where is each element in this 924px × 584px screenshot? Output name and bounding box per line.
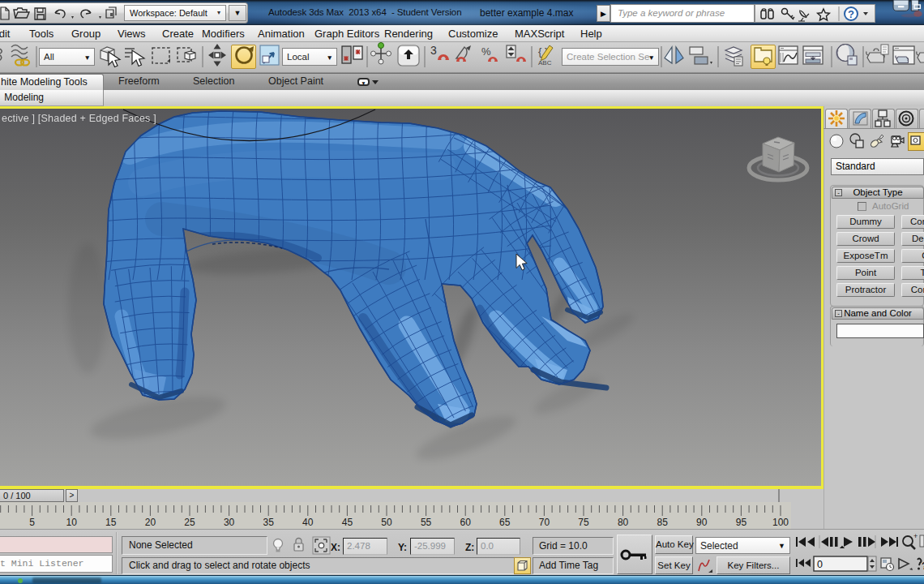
svg-text:0: 0 <box>817 559 823 570</box>
svg-text:3: 3 <box>430 44 437 57</box>
svg-text:65: 65 <box>499 517 511 528</box>
svg-text:60: 60 <box>460 517 472 528</box>
svg-text:%: % <box>481 45 491 58</box>
svg-text:55: 55 <box>421 517 432 528</box>
svg-text:70: 70 <box>539 517 550 528</box>
svg-text:40: 40 <box>302 517 314 528</box>
svg-text:15: 15 <box>105 517 117 528</box>
svg-text:+: + <box>913 532 918 540</box>
svg-text:100: 100 <box>772 517 789 528</box>
svg-text:95: 95 <box>736 517 747 528</box>
svg-text:80: 80 <box>618 517 629 528</box>
svg-text:ABC: ABC <box>538 59 552 67</box>
svg-text:35: 35 <box>263 517 275 528</box>
svg-text:?: ? <box>848 8 854 20</box>
svg-text:45: 45 <box>342 517 353 528</box>
svg-text:25: 25 <box>184 517 195 528</box>
svg-text:85: 85 <box>657 517 669 528</box>
svg-text:50: 50 <box>381 517 392 528</box>
svg-text:10: 10 <box>66 517 78 528</box>
svg-text:90: 90 <box>696 517 708 528</box>
svg-text:30: 30 <box>224 517 235 528</box>
svg-text:75: 75 <box>578 517 589 528</box>
svg-text:5: 5 <box>29 517 35 528</box>
svg-text:20: 20 <box>145 517 156 528</box>
